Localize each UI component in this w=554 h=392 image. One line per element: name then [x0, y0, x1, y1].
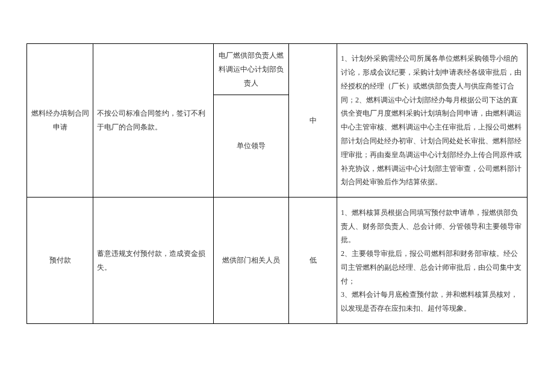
cell-measures: 1、计划外采购需经公司所属各单位燃料采购领导小组的讨论，形成会议纪要，采购计划申…: [337, 44, 528, 198]
cell-process: 预付款: [27, 198, 93, 324]
table-row: 预付款 蓄意违规支付预付款，造成资金损失。 燃供部门相关人员 低 1、燃料核算员…: [27, 198, 528, 324]
cell-responsible-top: 电厂燃供部负责人燃料调运中心计划部负责人: [214, 44, 289, 95]
cell-responsible: 燃供部门相关人员: [214, 198, 289, 324]
cell-level: 低: [289, 198, 337, 324]
cell-risk: 不按公司标准合同签约，签订不利于电厂的合同条款。: [93, 44, 214, 198]
cell-risk: 蓄意违规支付预付款，造成资金损失。: [93, 198, 214, 324]
cell-responsible-bottom: 单位领导: [214, 95, 289, 198]
table-row: 燃料经办填制合同申请 不按公司标准合同签约，签订不利于电厂的合同条款。 电厂燃供…: [27, 44, 528, 95]
cell-measures: 1、燃料核算员根据合同填写预付款申请单，报燃供部负责人、财务部负责人、总会计师、…: [337, 198, 528, 324]
doc-table: 燃料经办填制合同申请 不按公司标准合同签约，签订不利于电厂的合同条款。 电厂燃供…: [26, 43, 528, 324]
cell-level: 中: [289, 44, 337, 198]
cell-process: 燃料经办填制合同申请: [27, 44, 93, 198]
